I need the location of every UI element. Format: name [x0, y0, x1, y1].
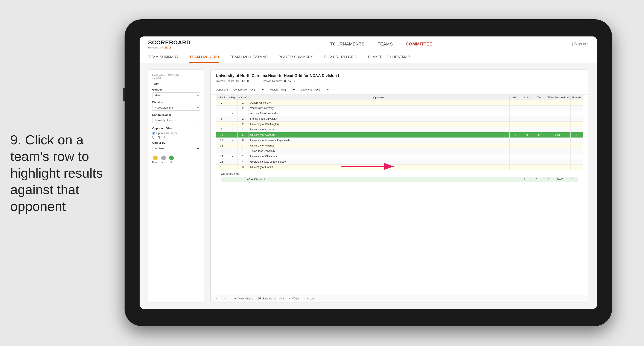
th-rank: # Rank: [216, 95, 228, 100]
sidebar-gender-label: Gender: [152, 88, 200, 91]
view-icon: 👁: [234, 297, 237, 300]
undo-btn[interactable]: ←: [216, 297, 218, 300]
sub-nav-team-h2h-grid[interactable]: TEAM H2H GRID: [190, 52, 219, 63]
content-right: University of North Carolina Head-to-Hea…: [210, 69, 588, 303]
table-row[interactable]: 12-3University of Virginia: [216, 143, 583, 148]
nav-committee[interactable]: COMMITTEE: [406, 42, 432, 46]
level-dot: [161, 156, 166, 160]
table-row[interactable]: 8-2University of Washington: [216, 122, 583, 127]
last-updated: Last Updated: 27/03/2024 16:55:38: [152, 74, 200, 79]
sidebar-division-label: Division: [152, 101, 200, 104]
save-custom-view-btn[interactable]: 💾 Save Custom View: [258, 297, 284, 300]
th-diff: Diff Av Strokes/Rnd: [545, 95, 570, 100]
redo-btn[interactable]: →: [223, 297, 225, 300]
table-row[interactable]: 16-3University of Florida: [216, 165, 583, 170]
sub-nav-player-h2h-grid[interactable]: PLAYER H2H GRID: [324, 52, 357, 63]
filter-row: Opponents: Conference (All) Region (All): [211, 85, 588, 95]
th-conf: # Conf: [238, 95, 248, 100]
colour-by-select[interactable]: Win/loss: [152, 146, 200, 151]
instruction-line4: against that: [10, 182, 79, 197]
overall-record: Overall Record: 89 - 17 - 0: [216, 79, 249, 83]
nav-tournaments[interactable]: TOURNAMENTS: [330, 42, 365, 46]
table-row[interactable]: 14-2University of Oklahoma: [216, 154, 583, 159]
out-of-division-label: Out of division: [221, 172, 578, 175]
table-row[interactable]: 2-1Auburn University: [216, 100, 583, 105]
share-btn[interactable]: ⇧ Share: [304, 297, 314, 300]
sub-nav-player-h2h-heatmap[interactable]: PLAYER H2H HEATMAP: [368, 52, 410, 63]
watch-btn[interactable]: 👁 Watch: [288, 297, 300, 300]
sub-nav-player-summary[interactable]: PLAYER SUMMARY: [278, 52, 313, 63]
th-tie: Tie: [533, 95, 545, 100]
region-select[interactable]: (All): [279, 87, 296, 92]
logo-area: SCOREBOARD Powered by clippi: [148, 39, 191, 49]
down-dot: [153, 156, 158, 160]
conference-filter: Conference (All): [234, 87, 265, 92]
out-reg: [230, 177, 237, 182]
conference-select[interactable]: (All): [248, 87, 265, 92]
out-of-division-row[interactable]: NCAA Division II 1 0 0 26.00 3: [221, 177, 578, 182]
th-opponent: Opponent: [248, 95, 509, 100]
legend-level: Level: [161, 156, 166, 163]
sub-nav-team-h2h-heatmap[interactable]: TEAM H2H HEATMAP: [230, 52, 268, 63]
grid-title: University of North Carolina Head-to-Hea…: [216, 74, 583, 78]
table-row[interactable]: 3-2Vanderbilt University: [216, 105, 583, 111]
out-division-name: NCAA Division II: [245, 177, 519, 182]
gender-select[interactable]: Men's: [152, 92, 200, 98]
th-win: Win: [509, 95, 521, 100]
tablet: SCOREBOARD Powered by clippi TOURNAMENTS…: [124, 19, 612, 326]
out-tie: 0: [542, 177, 554, 182]
bottom-toolbar: ← → | 👁 View: Original 💾 Save Custom Vie…: [211, 295, 588, 302]
watch-icon: 👁: [288, 297, 291, 300]
school-input[interactable]: [152, 118, 200, 123]
th-reg: # Reg: [228, 95, 238, 100]
out-rank: [221, 177, 230, 182]
opponents-filter-label: Opponents:: [216, 88, 229, 91]
legend: Down Level Up: [152, 156, 200, 163]
tablet-screen: SCOREBOARD Powered by clippi TOURNAMENTS…: [140, 36, 597, 309]
table-row[interactable]: 11-6University of Arkansas, Fayetteville: [216, 138, 583, 143]
grid-header: University of North Carolina Head-to-Hea…: [211, 70, 588, 85]
table-row[interactable]: 15-4Georgia Institute of Technology: [216, 159, 583, 165]
view-original-btn[interactable]: 👁 View: Original: [234, 297, 254, 300]
out-of-division-table: NCAA Division II 1 0 0 26.00 3: [221, 177, 578, 182]
sidebar-team-label: Team: [152, 82, 200, 85]
up-dot: [169, 156, 174, 160]
instruction-line3: highlight results: [10, 166, 103, 180]
table-row[interactable]: 11-5University of Alabama3002.618: [216, 132, 583, 138]
opponent-select[interactable]: (All): [313, 87, 330, 92]
sidebar-school-label: School (Rank): [152, 113, 200, 116]
out-conf: [237, 177, 245, 182]
table-row[interactable]: 9-3University of Arizona: [216, 127, 583, 132]
division-select[interactable]: NCAA Division I: [152, 105, 200, 111]
radio-opponents-played[interactable]: Opponents Played: [152, 132, 200, 135]
sidebar: Last Updated: 27/03/2024 16:55:38 Team G…: [148, 69, 204, 303]
save-icon: 💾: [258, 297, 262, 300]
legend-up: Up: [169, 156, 174, 163]
colour-by-label: Colour by: [152, 141, 200, 144]
data-table: # Rank # Reg # Conf Opponent Win Loss Ti…: [216, 95, 583, 170]
instruction-text: 9. Click on a team's row to highlight re…: [10, 131, 114, 215]
radio-top100[interactable]: Top 100: [152, 136, 200, 139]
brand-name: clippi: [164, 46, 171, 49]
table-row[interactable]: 13-1Texas Tech University: [216, 148, 583, 154]
instruction-step: 9.: [10, 132, 22, 147]
table-header-row: # Rank # Reg # Conf Opponent Win Loss Ti…: [216, 95, 583, 100]
instruction-line2: team's row to: [10, 149, 89, 164]
th-loss: Loss: [521, 95, 533, 100]
opponent-filter: Opponent (All): [300, 87, 330, 92]
main-content: Last Updated: 27/03/2024 16:55:38 Team G…: [140, 63, 597, 309]
nav-teams[interactable]: TEAMS: [378, 42, 393, 46]
opponent-view-label: Opponent View: [152, 127, 200, 130]
data-table-wrapper: # Rank # Reg # Conf Opponent Win Loss Ti…: [211, 95, 588, 295]
sub-nav: TEAM SUMMARY TEAM H2H GRID TEAM H2H HEAT…: [140, 52, 597, 63]
out-rounds: 3: [566, 177, 578, 182]
grid-records: Overall Record: 89 - 17 - 0 Division Rec…: [216, 79, 583, 83]
instruction-line5: opponent: [10, 199, 66, 214]
sign-out[interactable]: | Sign out: [572, 42, 588, 46]
sub-nav-team-summary[interactable]: TEAM SUMMARY: [148, 52, 179, 63]
out-win: 1: [519, 177, 530, 182]
table-row[interactable]: 6-2Florida State University: [216, 116, 583, 122]
table-row[interactable]: 4-1Arizona State University: [216, 111, 583, 116]
powered-by: Powered by clippi: [148, 46, 191, 49]
nav-links: TOURNAMENTS TEAMS COMMITTEE: [330, 42, 432, 46]
